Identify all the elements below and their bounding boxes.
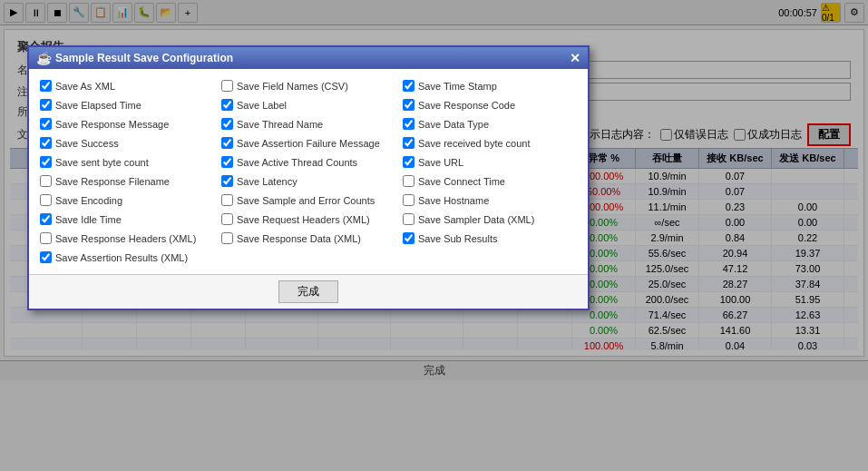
checkbox-cb1[interactable] (40, 80, 52, 92)
checkbox-item: Save Sub Results (403, 231, 577, 246)
checkbox-item: Save Response Code (403, 97, 577, 113)
checkbox-label-cb11: Save Field Names (CSV) (237, 81, 348, 92)
checkbox-cb13[interactable] (221, 118, 233, 130)
checkbox-label-cb12: Save Label (237, 100, 287, 111)
checkbox-label-cb28: Save Sub Results (418, 233, 497, 244)
checkbox-label-cb18: Save Request Headers (XML) (237, 214, 370, 225)
modal-body: Save As XMLSave Field Names (CSV)Save Ti… (29, 69, 588, 274)
checkbox-cb6[interactable] (40, 175, 52, 187)
checkbox-label-cb24: Save URL (418, 157, 463, 168)
checkbox-label-cb21: Save Response Code (418, 100, 515, 111)
checkbox-label-cb10: Save Assertion Results (XML) (55, 252, 188, 263)
checkbox-item: Save URL (403, 154, 577, 170)
checkbox-item: Save Field Names (CSV) (221, 78, 395, 93)
checkbox-item (403, 250, 577, 265)
checkbox-item (221, 250, 395, 265)
checkbox-label-cb27: Save Sampler Data (XML) (418, 214, 534, 225)
checkbox-cb8[interactable] (40, 213, 52, 225)
modal-close-button[interactable]: ✕ (570, 51, 580, 65)
checkbox-label-cb7: Save Encoding (55, 195, 122, 206)
checkbox-cb16[interactable] (221, 175, 233, 187)
checkbox-cb5[interactable] (40, 156, 52, 168)
checkbox-cb18[interactable] (221, 213, 233, 225)
checkbox-label-cb4: Save Success (55, 138, 119, 149)
checkbox-label-cb14: Save Assertion Failure Message (237, 138, 380, 149)
checkbox-cb20[interactable] (403, 80, 414, 92)
checkbox-cb2[interactable] (40, 99, 52, 111)
checkbox-cb10[interactable] (40, 251, 52, 263)
checkbox-item: Save received byte count (403, 135, 577, 151)
checkbox-cb12[interactable] (221, 99, 233, 111)
checkbox-item: Save Sample and Error Counts (221, 192, 395, 208)
checkbox-cb17[interactable] (221, 194, 233, 206)
checkbox-item: Save Elapsed Time (40, 97, 214, 113)
checkbox-label-cb23: Save received byte count (418, 138, 531, 149)
modal-header: ☕ Sample Result Save Configuration ✕ (29, 47, 588, 69)
checkbox-cb26[interactable] (403, 194, 414, 206)
checkbox-label-cb1: Save As XML (55, 81, 115, 92)
checkbox-cb15[interactable] (221, 156, 233, 168)
checkbox-item: Save Idle Time (40, 211, 214, 227)
checkbox-cb19[interactable] (221, 232, 233, 244)
modal-dialog: ☕ Sample Result Save Configuration ✕ Sav… (27, 45, 590, 310)
checkbox-cb24[interactable] (403, 156, 414, 168)
checkbox-cb27[interactable] (403, 213, 414, 225)
checkbox-item: Save Response Data (XML) (221, 231, 395, 246)
modal-title: Sample Result Save Configuration (55, 52, 233, 64)
checkbox-cb4[interactable] (40, 137, 52, 149)
checkbox-item: Save Thread Name (221, 116, 395, 132)
checkbox-label-cb5: Save sent byte count (55, 157, 149, 168)
checkbox-cb22[interactable] (403, 118, 414, 130)
checkbox-item: Save As XML (40, 78, 214, 93)
checkbox-item: Save Response Headers (XML) (40, 231, 214, 246)
checkbox-item: Save Assertion Failure Message (221, 135, 395, 151)
checkbox-item: Save sent byte count (40, 154, 214, 170)
checkbox-cb28[interactable] (403, 232, 414, 244)
checkbox-item: Save Sampler Data (XML) (403, 211, 577, 227)
checkbox-label-cb20: Save Time Stamp (418, 81, 497, 92)
checkbox-item: Save Label (221, 97, 395, 113)
checkbox-label-cb13: Save Thread Name (237, 119, 323, 130)
checkbox-label-cb6: Save Response Filename (55, 176, 170, 187)
checkbox-cb14[interactable] (221, 137, 233, 149)
checkbox-label-cb2: Save Elapsed Time (55, 100, 141, 111)
checkbox-label-cb25: Save Connect Time (418, 176, 505, 187)
main-container: ▶ ⏸ ⏹ 🔧 📋 📊 🐛 📂 + 00:00:57 ⚠ 0/1 ⚙ 聚合报告 … (0, 0, 868, 471)
checkbox-label-cb22: Save Data Type (418, 119, 489, 130)
checkbox-item: Save Connect Time (403, 173, 577, 189)
checkbox-label-cb26: Save Hostname (418, 195, 489, 206)
checkbox-cb25[interactable] (403, 175, 414, 187)
checkbox-item: Save Encoding (40, 192, 214, 208)
checkbox-cb9[interactable] (40, 232, 52, 244)
checkbox-grid: Save As XMLSave Field Names (CSV)Save Ti… (40, 78, 577, 265)
checkbox-item: Save Hostname (403, 192, 577, 208)
checkbox-item: Save Assertion Results (XML) (40, 250, 214, 265)
checkbox-item: Save Request Headers (XML) (221, 211, 395, 227)
checkbox-item: Save Response Filename (40, 173, 214, 189)
modal-done-button[interactable]: 完成 (278, 280, 338, 303)
checkbox-item: Save Latency (221, 173, 395, 189)
checkbox-label-cb16: Save Latency (237, 176, 297, 187)
checkbox-label-cb8: Save Idle Time (55, 214, 122, 225)
checkbox-item: Save Response Message (40, 116, 214, 132)
checkbox-item: Save Success (40, 135, 214, 151)
checkbox-item: Save Data Type (403, 116, 577, 132)
checkbox-label-cb9: Save Response Headers (XML) (55, 233, 196, 244)
checkbox-cb11[interactable] (221, 80, 233, 92)
checkbox-cb3[interactable] (40, 118, 52, 130)
checkbox-item: Save Active Thread Counts (221, 154, 395, 170)
checkbox-label-cb17: Save Sample and Error Counts (237, 195, 375, 206)
checkbox-label-cb19: Save Response Data (XML) (237, 233, 361, 244)
checkbox-cb7[interactable] (40, 194, 52, 206)
checkbox-label-cb15: Save Active Thread Counts (237, 157, 357, 168)
checkbox-label-cb3: Save Response Message (55, 119, 169, 130)
checkbox-cb23[interactable] (403, 137, 414, 149)
checkbox-cb21[interactable] (403, 99, 414, 111)
checkbox-item: Save Time Stamp (403, 78, 577, 93)
modal-icon: ☕ (36, 51, 52, 65)
modal-footer: 完成 (29, 274, 588, 309)
